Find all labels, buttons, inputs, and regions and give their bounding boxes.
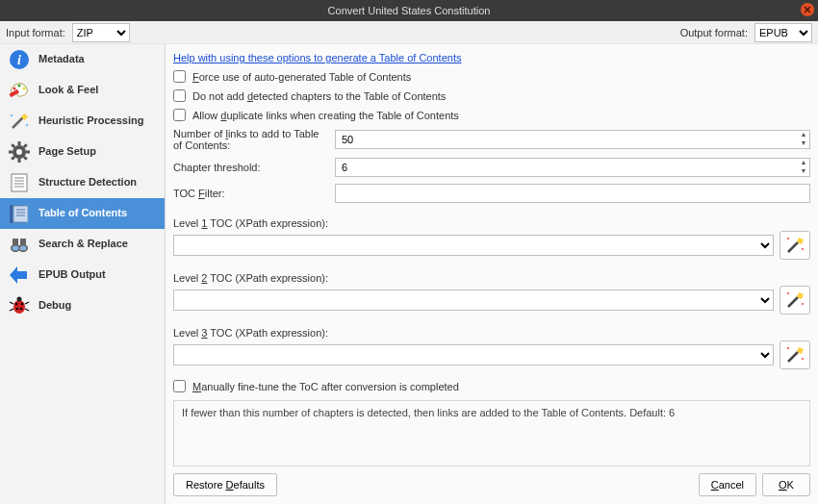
toc2-select[interactable] — [173, 290, 774, 311]
svg-text:i: i — [17, 53, 21, 67]
wand-icon — [8, 110, 31, 133]
finetune-label: Manually fine-tune the ToC after convers… — [192, 381, 459, 392]
cancel-button[interactable]: Cancel — [699, 473, 756, 496]
main-panel: Help with using these options to generat… — [166, 44, 818, 504]
binoculars-icon — [8, 233, 31, 256]
svg-point-37 — [20, 245, 27, 250]
sidebar-item-look-feel[interactable]: Look & Feel — [0, 75, 165, 106]
svg-point-11 — [26, 124, 28, 126]
toc1-label: Level 1 TOC (XPath expression): — [173, 214, 810, 229]
sidebar-item-toc[interactable]: Table of Contents — [0, 198, 165, 229]
svg-point-59 — [802, 358, 804, 360]
sidebar-item-debug[interactable]: Debug — [0, 290, 165, 321]
palette-icon — [8, 79, 31, 102]
wand-icon — [784, 235, 805, 256]
wand-icon — [784, 344, 805, 365]
svg-point-41 — [16, 308, 19, 311]
restore-defaults-button[interactable]: Restore Defaults — [173, 473, 277, 496]
sidebar-item-label: EPUB Output — [38, 268, 106, 282]
allowdup-checkbox[interactable] — [173, 109, 186, 121]
chapthresh-spinner[interactable]: ▲▼ — [798, 159, 809, 176]
section-sidebar: i Metadata Look & Feel Heuristic Process… — [0, 44, 166, 504]
force-use-checkbox[interactable] — [173, 70, 186, 83]
sidebar-item-metadata[interactable]: i Metadata — [0, 44, 165, 75]
svg-rect-28 — [13, 206, 28, 222]
svg-rect-14 — [18, 159, 21, 163]
sidebar-item-page-setup[interactable]: Page Setup — [0, 137, 165, 167]
svg-line-8 — [13, 116, 24, 128]
sidebar-item-label: Page Setup — [38, 145, 96, 159]
svg-point-50 — [787, 238, 789, 239]
book-icon — [8, 202, 31, 225]
allowdup-label: Allow duplicate links when creating the … — [192, 110, 459, 121]
svg-line-47 — [25, 309, 29, 311]
hint-text: If fewer than this number of chapters is… — [173, 400, 810, 466]
sidebar-item-heuristic[interactable]: Heuristic Processing — [0, 106, 165, 137]
svg-point-43 — [17, 297, 22, 302]
svg-point-6 — [23, 88, 26, 90]
toc3-select[interactable] — [173, 344, 774, 365]
tocfilter-input[interactable] — [335, 184, 810, 203]
svg-point-51 — [802, 248, 804, 250]
svg-rect-13 — [18, 141, 21, 145]
allowdup-checkbox-row[interactable]: Allow duplicate links when creating the … — [173, 107, 810, 123]
document-icon — [8, 171, 31, 194]
wand-icon — [784, 290, 805, 311]
toc1-select[interactable] — [173, 235, 774, 256]
finetune-checkbox-row[interactable]: Manually fine-tune the ToC after convers… — [173, 378, 810, 394]
toc1-wizard-button[interactable] — [780, 231, 810, 260]
info-icon: i — [8, 48, 31, 71]
svg-point-42 — [20, 308, 23, 311]
numlinks-input[interactable] — [335, 130, 810, 149]
toc3-label: Level 3 TOC (XPath expression): — [173, 323, 810, 339]
format-bar: Input format: ZIP Output format: EPUB — [0, 21, 818, 44]
svg-point-4 — [13, 88, 16, 90]
chapthresh-input[interactable] — [335, 158, 810, 177]
sidebar-item-label: Heuristic Processing — [38, 114, 143, 128]
sidebar-item-label: Table of Contents — [38, 207, 127, 220]
numlinks-label: Number of links to add to Table of Conte… — [173, 128, 327, 151]
donotadd-checkbox[interactable] — [173, 89, 186, 102]
input-format-label: Input format: — [6, 27, 65, 38]
svg-point-10 — [11, 114, 13, 116]
force-use-label: Force use of auto-generated Table of Con… — [192, 71, 411, 83]
svg-point-39 — [15, 303, 18, 306]
svg-point-21 — [16, 149, 22, 155]
svg-point-36 — [13, 245, 19, 250]
svg-line-46 — [10, 309, 13, 311]
window-close-button[interactable] — [801, 3, 814, 16]
svg-line-45 — [25, 302, 29, 304]
toc2-wizard-button[interactable] — [780, 286, 810, 315]
close-icon — [804, 6, 811, 13]
input-format-select[interactable]: ZIP — [72, 23, 130, 42]
svg-point-40 — [21, 303, 24, 306]
tocfilter-label: TOC Filter: — [173, 188, 327, 199]
svg-line-44 — [10, 302, 13, 304]
donotadd-label: Do not add detected chapters to the Tabl… — [192, 90, 446, 102]
sidebar-item-search-replace[interactable]: Search & Replace — [0, 229, 165, 260]
ok-button[interactable]: OK — [762, 473, 810, 496]
sidebar-item-label: Debug — [38, 299, 71, 313]
svg-point-54 — [787, 292, 789, 294]
back-arrow-icon — [8, 264, 31, 287]
svg-point-55 — [802, 303, 804, 305]
finetune-checkbox[interactable] — [173, 380, 186, 392]
window-title: Convert United States Constitution — [328, 5, 491, 16]
sidebar-item-label: Look & Feel — [38, 84, 98, 97]
sidebar-item-epub-output[interactable]: EPUB Output — [0, 260, 165, 290]
force-use-checkbox-row[interactable]: Force use of auto-generated Table of Con… — [173, 68, 810, 85]
output-format-select[interactable]: EPUB — [754, 23, 812, 42]
help-link[interactable]: Help with using these options to generat… — [173, 52, 810, 63]
gear-icon — [8, 140, 31, 164]
donotadd-checkbox-row[interactable]: Do not add detected chapters to the Tabl… — [173, 88, 810, 104]
numlinks-spinner[interactable]: ▲▼ — [798, 131, 809, 148]
sidebar-item-structure[interactable]: Structure Detection — [0, 167, 165, 198]
titlebar: Convert United States Constitution — [0, 0, 818, 21]
svg-rect-22 — [12, 174, 27, 191]
chapthresh-label: Chapter threshold: — [173, 162, 327, 173]
sidebar-item-label: Metadata — [38, 53, 85, 66]
toc3-wizard-button[interactable] — [780, 340, 810, 369]
svg-point-5 — [18, 85, 21, 88]
svg-point-58 — [787, 347, 789, 349]
sidebar-item-label: Structure Detection — [38, 176, 137, 189]
